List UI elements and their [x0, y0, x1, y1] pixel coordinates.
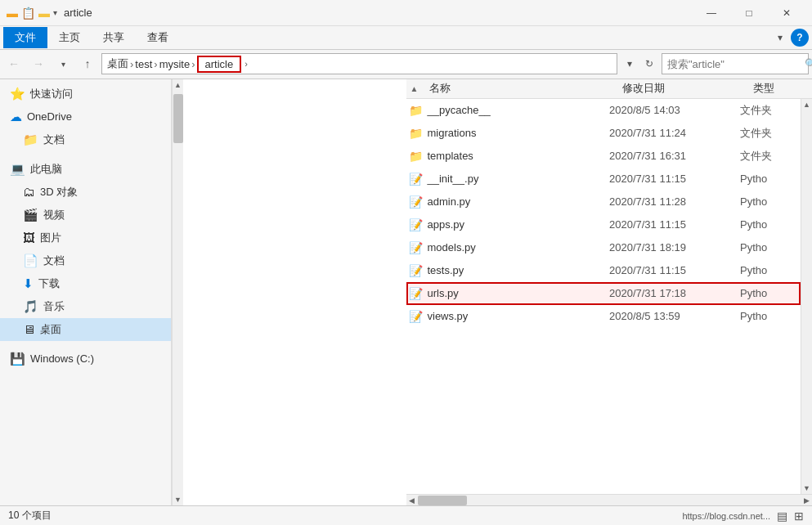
- file-date-init: 2020/7/31 11:15: [603, 173, 733, 185]
- sidebar-label-downloads: 下载: [38, 276, 60, 291]
- view-details-icon[interactable]: ▤: [777, 509, 787, 523]
- sidebar-divider-2: [0, 341, 171, 348]
- ribbon: 文件 主页 共享 查看 ▾ ?: [0, 26, 812, 50]
- hscroll-track[interactable]: [418, 495, 801, 506]
- computer-icon: 💻: [10, 162, 25, 177]
- search-box[interactable]: 🔍: [662, 53, 809, 74]
- file-list-header: ▲ 名称 修改日期 类型: [406, 79, 813, 99]
- file-row-admin[interactable]: 📝 admin.py 2020/7/31 11:28 Pytho: [406, 191, 801, 213]
- file-row-views[interactable]: 📝 views.py 2020/8/5 13:59 Pytho: [406, 305, 801, 328]
- sidebar-scroll-down[interactable]: ▼: [173, 494, 184, 505]
- col-date-header[interactable]: 修改日期: [616, 81, 747, 96]
- sidebar-scroll-thumb[interactable]: [173, 94, 183, 143]
- maximize-button[interactable]: □: [730, 0, 768, 26]
- dropdown-icon[interactable]: ▾: [621, 55, 639, 73]
- address-path[interactable]: 桌面 › test › mysite › article ›: [101, 53, 617, 74]
- file-type-models: Pytho: [733, 241, 799, 254]
- file-scroll-up[interactable]: ▲: [801, 99, 813, 110]
- sidebar-label-onedrive: OneDrive: [27, 110, 72, 123]
- horizontal-scrollbar: ◀ ▶: [406, 494, 813, 505]
- file-name-views: views.py: [424, 310, 603, 322]
- path-test[interactable]: test: [135, 58, 152, 70]
- file-row-urls[interactable]: 📝 urls.py 2020/7/31 17:18 Pytho: [406, 282, 801, 305]
- sidebar-item-music[interactable]: 🎵 音乐: [0, 295, 171, 318]
- col-name-header[interactable]: 名称: [423, 81, 617, 96]
- help-button[interactable]: ?: [791, 29, 809, 47]
- back-button[interactable]: ←: [3, 53, 25, 74]
- path-sep-2: ›: [154, 58, 157, 70]
- tab-share[interactable]: 共享: [92, 27, 136, 48]
- folder-icon-migrations: 📁: [408, 127, 424, 140]
- sidebar-item-3dobjects[interactable]: 🗂 3D 对象: [0, 181, 171, 204]
- title-bar-title: article: [64, 7, 693, 19]
- minimize-button[interactable]: —: [693, 0, 730, 26]
- file-row-tests[interactable]: 📝 tests.py 2020/7/31 11:15 Pytho: [406, 259, 801, 282]
- sidebar-item-quickaccess[interactable]: ⭐ 快速访问: [0, 83, 171, 105]
- file-name-pycache: __pycache__: [424, 104, 603, 116]
- tab-file[interactable]: 文件: [3, 27, 47, 48]
- py-icon-views: 📝: [408, 310, 424, 323]
- hscroll-thumb[interactable]: [418, 496, 467, 505]
- desktop-icon: 🖥: [23, 322, 35, 336]
- header-scroll-up[interactable]: ▲: [406, 84, 423, 93]
- file-date-pycache: 2020/8/5 14:03: [603, 104, 733, 116]
- file-row-migrations[interactable]: 📁 migrations 2020/7/31 11:24 文件夹: [406, 122, 801, 145]
- path-current-arrow[interactable]: ›: [244, 59, 248, 69]
- dropdown-nav-button[interactable]: ▾: [52, 53, 74, 74]
- hscroll-right[interactable]: ▶: [801, 495, 812, 506]
- address-bar: ← → ▾ ↑ 桌面 › test › mysite › article › ▾…: [0, 50, 812, 79]
- file-date-admin: 2020/7/31 11:28: [603, 195, 733, 208]
- file-scroll-down[interactable]: ▼: [801, 482, 813, 494]
- file-row-apps[interactable]: 📝 apps.py 2020/7/31 11:15 Pytho: [406, 213, 801, 236]
- tab-home[interactable]: 主页: [47, 27, 92, 48]
- title-icon-orange: ▬: [7, 7, 18, 20]
- refresh-icon[interactable]: ↻: [640, 55, 658, 73]
- sidebar-divider-1: [0, 151, 171, 158]
- view-tiles-icon[interactable]: ⊞: [794, 509, 804, 523]
- py-icon-apps: 📝: [408, 218, 424, 231]
- video-icon: 🎬: [23, 208, 38, 222]
- close-button[interactable]: ✕: [768, 0, 805, 26]
- file-type-urls: Pytho: [733, 287, 799, 299]
- ribbon-collapse-icon[interactable]: ▾: [778, 32, 783, 43]
- path-current[interactable]: article: [197, 56, 242, 73]
- sidebar-item-desktop[interactable]: 🖥 桌面: [0, 318, 171, 341]
- file-name-apps: apps.py: [424, 218, 603, 231]
- sidebar-label-pictures: 图片: [40, 231, 61, 245]
- status-url: https://blog.csdn.net...: [682, 511, 770, 521]
- sidebar-item-pictures[interactable]: 🖼 图片: [0, 227, 171, 249]
- sidebar-label-video: 视频: [43, 208, 65, 222]
- search-input[interactable]: [667, 58, 805, 70]
- up-button[interactable]: ↑: [77, 53, 98, 74]
- title-bar-dropdown[interactable]: ▾: [53, 8, 57, 17]
- file-row-init[interactable]: 📝 __init__.py 2020/7/31 11:15 Pytho: [406, 168, 801, 191]
- star-icon: ⭐: [10, 87, 25, 101]
- sidebar-label-documents: 文档: [43, 132, 65, 147]
- ribbon-tabs: 文件 主页 共享 查看 ▾ ?: [0, 26, 812, 49]
- file-row-models[interactable]: 📝 models.py 2020/7/31 18:19 Pytho: [406, 236, 801, 259]
- sidebar-item-downloads[interactable]: ⬇ 下载: [0, 272, 171, 295]
- file-row-templates[interactable]: 📁 templates 2020/7/31 16:31 文件夹: [406, 145, 801, 168]
- search-icon[interactable]: 🔍: [805, 58, 812, 70]
- sidebar-item-onedrive[interactable]: ☁ OneDrive: [0, 105, 171, 128]
- col-type-header[interactable]: 类型: [747, 81, 812, 96]
- sidebar-item-thispc[interactable]: 💻 此电脑: [0, 158, 171, 181]
- tab-view[interactable]: 查看: [136, 27, 180, 48]
- sidebar-item-windowsc[interactable]: 💾 Windows (C:): [0, 348, 171, 370]
- file-row-pycache[interactable]: 📁 __pycache__ 2020/8/5 14:03 文件夹: [406, 99, 801, 122]
- path-desktop[interactable]: 桌面: [107, 56, 128, 71]
- sidebar-item-documents[interactable]: 📁 文档: [0, 128, 171, 151]
- file-type-views: Pytho: [733, 310, 799, 322]
- sidebar-label-music: 音乐: [43, 299, 65, 314]
- ribbon-tab-end: ▾ ?: [778, 29, 809, 47]
- sidebar-scroll-up[interactable]: ▲: [173, 79, 184, 91]
- forward-button[interactable]: →: [28, 53, 49, 74]
- py-icon-tests: 📝: [408, 264, 424, 277]
- sidebar-item-video[interactable]: 🎬 视频: [0, 204, 171, 227]
- file-name-init: __init__.py: [424, 173, 603, 185]
- title-icon-yellow: ▬: [38, 7, 50, 20]
- file-date-tests: 2020/7/31 11:15: [603, 264, 733, 276]
- hscroll-left[interactable]: ◀: [406, 495, 418, 506]
- sidebar-item-docs2[interactable]: 📄 文档: [0, 249, 171, 272]
- path-mysite[interactable]: mysite: [159, 58, 191, 70]
